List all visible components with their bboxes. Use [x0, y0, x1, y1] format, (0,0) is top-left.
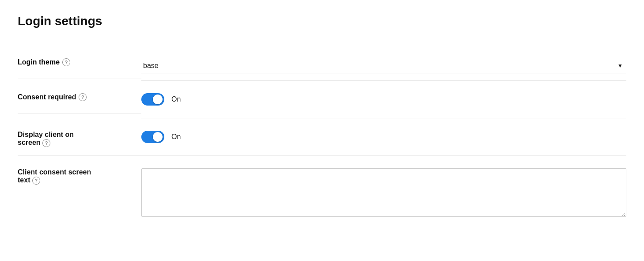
page-title: Login settings [18, 14, 626, 28]
login-theme-select[interactable]: base keycloak [141, 58, 626, 73]
consent-text-label1: Client consent screen [18, 168, 141, 176]
display-client-label-text2: screen [18, 139, 41, 146]
login-theme-select-wrapper: base keycloak ▼ [141, 58, 626, 73]
display-client-toggle-container: On [141, 131, 181, 143]
display-client-help-icon[interactable]: ? [42, 139, 50, 147]
display-client-control-cell: On [141, 118, 626, 156]
consent-text-control-cell [141, 156, 626, 229]
consent-screen-text-textarea[interactable] [141, 168, 626, 217]
login-theme-label-cell: Login theme ? [18, 46, 141, 79]
consent-required-control-cell: On [141, 81, 626, 118]
login-theme-label: Login theme [18, 58, 60, 66]
consent-required-toggle[interactable] [141, 93, 164, 106]
display-client-toggle[interactable] [141, 131, 164, 143]
consent-required-help-icon[interactable]: ? [79, 93, 87, 101]
login-theme-help-icon[interactable]: ? [62, 58, 70, 66]
consent-required-on-label: On [171, 95, 181, 103]
settings-grid: Login theme ? base keycloak ▼ Consent re… [18, 46, 626, 229]
login-theme-control-cell: base keycloak ▼ [141, 46, 626, 81]
consent-required-toggle-thumb [153, 95, 163, 104]
consent-required-toggle-container: On [141, 93, 181, 106]
consent-required-label: Consent required [18, 93, 76, 101]
consent-required-label-cell: Consent required ? [18, 81, 141, 114]
display-client-toggle-thumb [153, 132, 163, 142]
consent-text-label-cell: Client consent screen text ? [18, 156, 141, 229]
display-client-label-text1: Display client on [18, 131, 74, 138]
display-client-label-line2: screen ? [18, 139, 141, 147]
display-client-on-label: On [171, 133, 181, 141]
display-client-label-line1: Display client on [18, 131, 141, 139]
consent-text-label2: text [18, 176, 30, 184]
display-client-label-cell: Display client on screen ? [18, 118, 141, 156]
consent-text-help-icon[interactable]: ? [32, 177, 40, 185]
consent-text-label-line2: text ? [18, 176, 141, 185]
